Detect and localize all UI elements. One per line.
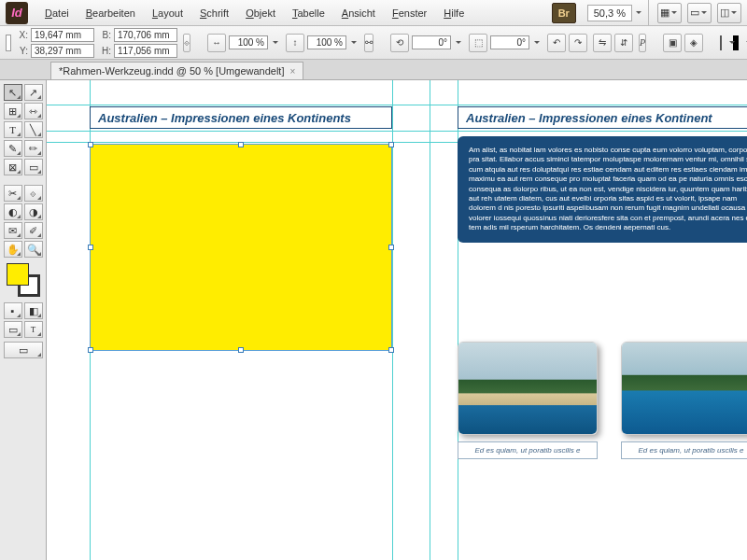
p-center-icon[interactable]: P — [639, 34, 646, 52]
caption-2[interactable]: Ed es quiam, ut poratib uscilis e — [621, 441, 747, 459]
canvas[interactable]: Australien – Impressionen eines Kontinen… — [47, 80, 747, 560]
rotate-icon: ⟲ — [390, 34, 409, 52]
normal-view-icon[interactable]: ▭ — [4, 321, 22, 338]
flip-v-icon[interactable]: ⇵ — [614, 34, 633, 52]
scale-x-field[interactable] — [229, 35, 268, 49]
apply-gradient-icon[interactable]: ◧ — [24, 302, 43, 319]
menu-ansicht[interactable]: Ansicht — [334, 4, 383, 22]
w-field[interactable] — [114, 28, 177, 42]
rotate-field[interactable] — [412, 35, 451, 49]
selected-frame[interactable] — [90, 144, 392, 351]
document-tab[interactable]: *Rahmen-Werkzeug.indd @ 50 % [Umgewandel… — [50, 62, 303, 79]
menu-tabelle[interactable]: Tabelle — [285, 4, 332, 22]
photo-frame-2[interactable]: ⚓ — [621, 342, 747, 435]
preview-view-icon[interactable]: T — [24, 321, 43, 338]
rotate-ccw-icon[interactable]: ↶ — [547, 34, 566, 52]
gradient-swatch-tool[interactable]: ◐ — [4, 203, 22, 220]
screen-mode-button[interactable]: ▭ — [687, 3, 712, 23]
fill-stroke-proxy[interactable] — [7, 263, 40, 297]
scissors-tool[interactable]: ✂ — [4, 185, 22, 202]
note-tool[interactable]: ✉ — [4, 222, 22, 239]
y-field[interactable] — [31, 44, 94, 58]
control-bar: X: B: Y: H: ⟐ ↔ ↕ ⚯ ⟲ ⬚ ↶ ↷ ⇋ ⇵ P ▣ ◈ — [0, 26, 747, 60]
zoom-tool[interactable]: 🔍 — [24, 241, 43, 258]
menu-fenster[interactable]: Fenster — [385, 4, 434, 22]
pen-tool[interactable]: ✎ — [4, 140, 22, 157]
shear-icon: ⬚ — [469, 34, 487, 52]
menu-hilfe[interactable]: Hilfe — [436, 4, 472, 22]
arrange-button[interactable]: ◫ — [717, 3, 741, 23]
chevron-down-icon[interactable] — [634, 8, 643, 18]
photo-frame-1[interactable]: ⚓ — [458, 342, 598, 435]
gap-tool[interactable]: ⇿ — [24, 103, 43, 119]
h-field[interactable] — [114, 44, 177, 58]
hand-tool[interactable]: ✋ — [4, 241, 22, 258]
menu-schrift[interactable]: Schrift — [192, 4, 236, 22]
rectangle-frame-tool[interactable]: ⊠ — [4, 159, 22, 175]
scale-x-icon: ↔ — [207, 34, 226, 52]
body-text-frame[interactable]: Am alist, as nobitat lam volores es nobi… — [458, 136, 747, 243]
x-field[interactable] — [31, 28, 94, 42]
zoom-level[interactable]: 50,3 % — [587, 5, 643, 21]
select-content-icon[interactable]: ◈ — [684, 34, 703, 52]
menu-datei[interactable]: Datei — [37, 4, 77, 22]
fill-swatch[interactable] — [720, 35, 722, 50]
app-icon: Id — [6, 2, 28, 24]
scale-y-icon: ↕ — [286, 34, 304, 52]
constrain-icon[interactable]: ⟐ — [183, 34, 190, 52]
selection-tool[interactable]: ↖ — [4, 84, 22, 101]
reference-point[interactable] — [6, 35, 11, 51]
page-title-right[interactable]: Australien – Impressionen eines Kontinen… — [458, 106, 747, 129]
select-container-icon[interactable]: ▣ — [663, 34, 682, 52]
scale-y-field[interactable] — [307, 35, 346, 49]
pencil-tool[interactable]: ✏ — [24, 140, 43, 157]
type-tool[interactable]: T — [4, 121, 22, 138]
rectangle-tool[interactable]: ▭ — [24, 159, 43, 175]
eyedropper-tool[interactable]: ✐ — [24, 222, 43, 239]
screen-mode-toggle[interactable]: ▭ — [4, 342, 43, 358]
document-tabs: *Rahmen-Werkzeug.indd @ 50 % [Umgewandel… — [0, 60, 747, 80]
toolbox: ↖↗ ⊞⇿ T╲ ✎✏ ⊠▭ ✂⟐ ◐◑ ✉✐ ✋🔍 ▪◧ ▭T ▭ — [0, 80, 47, 560]
view-options-button[interactable]: ▦ — [657, 3, 682, 23]
flip-h-icon[interactable]: ⇋ — [593, 34, 612, 52]
gradient-feather-tool[interactable]: ◑ — [24, 203, 43, 220]
direct-selection-tool[interactable]: ↗ — [24, 84, 43, 101]
page-tool[interactable]: ⊞ — [4, 103, 22, 119]
line-tool[interactable]: ╲ — [24, 121, 43, 138]
link-scale-icon[interactable]: ⚯ — [364, 34, 374, 52]
menubar: Id Datei Bearbeiten Layout Schrift Objek… — [0, 0, 747, 26]
page-title-left[interactable]: Australien – Impressionen eines Kontinen… — [90, 106, 392, 129]
rotate-cw-icon[interactable]: ↷ — [569, 34, 587, 52]
close-icon[interactable]: × — [289, 66, 295, 77]
menu-bearbeiten[interactable]: Bearbeiten — [78, 4, 143, 22]
menu-objekt[interactable]: Objekt — [238, 4, 283, 22]
apply-color-icon[interactable]: ▪ — [4, 302, 22, 319]
menu-layout[interactable]: Layout — [145, 4, 190, 22]
free-transform-tool[interactable]: ⟐ — [24, 185, 43, 202]
caption-1[interactable]: Ed es quiam, ut poratib uscilis e — [458, 441, 598, 459]
shear-field[interactable] — [490, 35, 529, 49]
bridge-button[interactable]: Br — [552, 3, 576, 23]
